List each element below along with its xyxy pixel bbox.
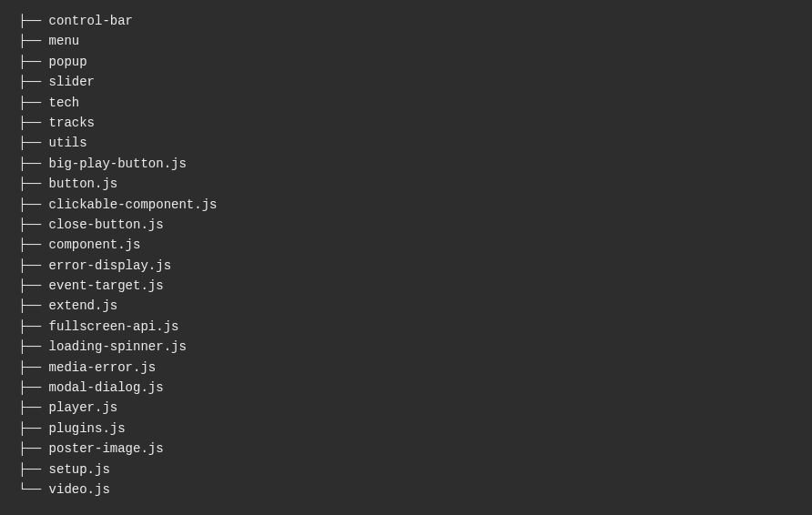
tree-branch-icon: ├── (18, 174, 49, 194)
tree-item-name: media-error.js (49, 358, 157, 378)
tree-line: ├── event-target.js (18, 276, 794, 296)
directory-tree: ├── control-bar├── menu├── popup├── slid… (18, 11, 794, 500)
tree-branch-icon: ├── (18, 72, 49, 92)
tree-line: ├── utils (18, 133, 794, 153)
tree-line: ├── tech (18, 93, 794, 113)
tree-branch-icon: ├── (18, 439, 49, 459)
tree-item-name: modal-dialog.js (49, 378, 164, 398)
tree-line: └── video.js (18, 480, 794, 500)
tree-line: ├── extend.js (18, 296, 794, 316)
tree-branch-icon: ├── (18, 398, 49, 418)
tree-branch-icon: ├── (18, 256, 49, 276)
tree-item-name: slider (49, 72, 95, 92)
tree-item-name: menu (49, 31, 80, 51)
tree-line: ├── modal-dialog.js (18, 378, 794, 398)
tree-line: ├── menu (18, 31, 794, 51)
tree-item-name: big-play-button.js (49, 154, 187, 174)
tree-branch-icon: ├── (18, 113, 49, 133)
tree-branch-icon: ├── (18, 419, 49, 439)
tree-item-name: popup (49, 52, 87, 72)
tree-branch-icon: ├── (18, 235, 49, 255)
tree-branch-icon: ├── (18, 317, 49, 337)
tree-line: ├── big-play-button.js (18, 154, 794, 174)
tree-item-name: plugins.js (49, 419, 126, 439)
tree-branch-icon: ├── (18, 459, 49, 480)
tree-item-name: clickable-component.js (49, 195, 218, 215)
tree-item-name: player.js (49, 398, 118, 418)
tree-line: ├── clickable-component.js (18, 195, 794, 215)
tree-line: ├── button.js (18, 174, 794, 194)
tree-branch-icon: ├── (18, 358, 49, 378)
tree-branch-icon: ├── (18, 276, 49, 296)
tree-branch-icon: ├── (18, 154, 49, 174)
tree-branch-icon: ├── (18, 337, 49, 357)
tree-item-name: component.js (49, 235, 141, 255)
tree-item-name: utils (49, 133, 87, 153)
tree-item-name: setup.js (49, 459, 110, 480)
tree-line: ├── close-button.js (18, 215, 794, 235)
tree-item-name: video.js (49, 480, 110, 500)
tree-item-name: fullscreen-api.js (49, 317, 179, 337)
tree-branch-icon: ├── (18, 195, 49, 215)
tree-line: ├── fullscreen-api.js (18, 317, 794, 337)
tree-branch-icon: └── (18, 480, 49, 500)
tree-branch-icon: ├── (18, 133, 49, 153)
tree-branch-icon: ├── (18, 11, 49, 31)
tree-line: ├── plugins.js (18, 419, 794, 439)
tree-item-name: poster-image.js (49, 439, 164, 459)
tree-line: ├── media-error.js (18, 358, 794, 378)
tree-line: ├── tracks (18, 113, 794, 133)
tree-branch-icon: ├── (18, 296, 49, 316)
tree-branch-icon: ├── (18, 215, 49, 235)
tree-branch-icon: ├── (18, 378, 49, 398)
tree-line: ├── poster-image.js (18, 439, 794, 459)
tree-item-name: tech (49, 93, 80, 113)
tree-branch-icon: ├── (18, 52, 49, 72)
tree-line: ├── setup.js (18, 459, 794, 480)
tree-line: ├── loading-spinner.js (18, 337, 794, 357)
tree-item-name: event-target.js (49, 276, 164, 296)
tree-item-name: loading-spinner.js (49, 337, 187, 357)
tree-branch-icon: ├── (18, 93, 49, 113)
tree-item-name: control-bar (49, 11, 133, 31)
tree-item-name: close-button.js (49, 215, 164, 235)
tree-item-name: tracks (49, 113, 95, 133)
tree-line: ├── control-bar (18, 11, 794, 31)
tree-line: ├── player.js (18, 398, 794, 418)
tree-item-name: extend.js (49, 296, 118, 316)
tree-line: ├── error-display.js (18, 256, 794, 276)
tree-item-name: button.js (49, 174, 118, 194)
tree-item-name: error-display.js (49, 256, 171, 276)
tree-line: ├── popup (18, 52, 794, 72)
tree-branch-icon: ├── (18, 31, 49, 51)
tree-line: ├── slider (18, 72, 794, 92)
tree-line: ├── component.js (18, 235, 794, 255)
